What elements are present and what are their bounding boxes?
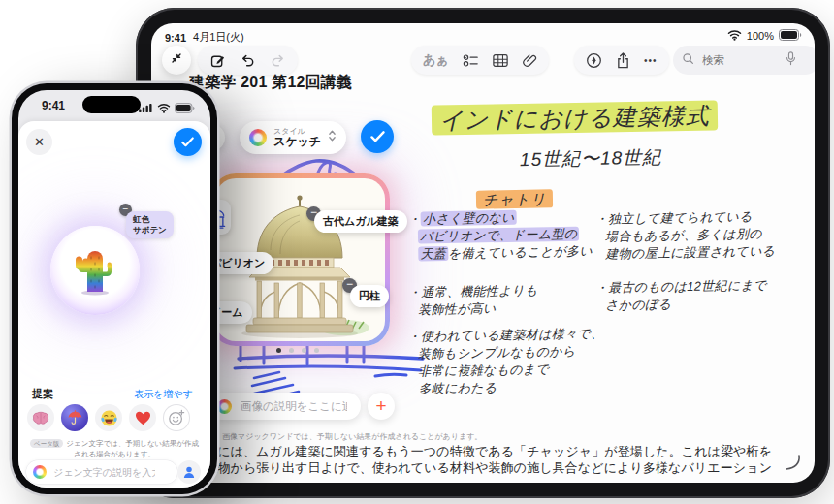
suggestion-row bbox=[27, 404, 190, 431]
checklist-icon[interactable] bbox=[463, 53, 479, 68]
paperclip-icon[interactable] bbox=[522, 52, 537, 68]
check-icon bbox=[181, 137, 194, 147]
ipad-screen: 9:41 4月1日(火) 100% あぁ ••• bbox=[151, 23, 815, 483]
pen-stroke-mark bbox=[782, 452, 803, 473]
bullet-1: ・小さく壁のない パビリオンで、ドーム型の 天蓋を備えていることが多い bbox=[408, 207, 593, 263]
iphone-screen: 9:41 ✕ bbox=[18, 90, 210, 488]
heart-icon bbox=[135, 411, 151, 425]
format-toolgroup: あぁ bbox=[411, 46, 549, 75]
search-icon bbox=[682, 51, 694, 69]
more-button[interactable]: ••• bbox=[644, 55, 658, 66]
mic-icon[interactable] bbox=[786, 51, 796, 70]
genmoji-input-field bbox=[26, 460, 177, 484]
tag-column[interactable]: 円柱 bbox=[350, 285, 389, 307]
battery-icon bbox=[175, 100, 195, 117]
wand-accept-button[interactable] bbox=[361, 120, 394, 153]
wifi-icon bbox=[157, 100, 171, 117]
search-input[interactable] bbox=[700, 53, 780, 67]
add-caption-button[interactable]: + bbox=[368, 393, 395, 420]
minimize-button[interactable] bbox=[162, 46, 191, 75]
show-more-link[interactable]: 表示を増やす bbox=[134, 388, 193, 401]
suggestion-heart[interactable] bbox=[129, 404, 156, 431]
bullet-2: ・通常、機能性よりも 装飾性が高い bbox=[408, 282, 539, 319]
iphone-status-time: 9:41 bbox=[42, 99, 65, 112]
apple-intelligence-icon bbox=[217, 399, 232, 414]
tag-mughal[interactable]: 古代ムガル建築 bbox=[314, 210, 407, 233]
iphone-device: 9:41 ✕ bbox=[12, 83, 217, 494]
add-emoji-button[interactable] bbox=[163, 404, 190, 431]
umbrella-icon bbox=[67, 410, 83, 426]
collapse-arrows-icon bbox=[169, 50, 184, 70]
ipad-statusbar: 9:41 4月1日(火) bbox=[165, 30, 244, 45]
dynamic-island bbox=[82, 96, 141, 113]
redo-button[interactable] bbox=[270, 52, 286, 69]
ipad-status-time: 9:41 bbox=[165, 32, 186, 44]
ipad-device: 9:41 4月1日(火) 100% あぁ ••• bbox=[136, 8, 830, 498]
suggestion-laughing-emoji[interactable] bbox=[95, 404, 122, 431]
handwriting-section: チャトリ bbox=[476, 190, 554, 209]
brain-icon bbox=[32, 411, 49, 425]
handwriting-title: インドにおける建築様式 bbox=[432, 100, 718, 136]
genmoji-bubble bbox=[50, 226, 140, 315]
signal-icon bbox=[139, 100, 153, 117]
actions-toolgroup: ••• bbox=[574, 46, 669, 75]
laughing-face-icon bbox=[100, 409, 118, 427]
genmoji-accept-button[interactable] bbox=[174, 128, 202, 156]
image-playground-icon bbox=[33, 465, 47, 479]
image-page-dots[interactable] bbox=[276, 348, 319, 353]
share-icon[interactable] bbox=[616, 52, 630, 69]
add-emoji-icon bbox=[168, 409, 185, 426]
edit-toolgroup bbox=[198, 46, 298, 75]
genmoji-tag[interactable]: 虹色サボテン bbox=[126, 211, 174, 238]
bullet-5: ・最古のものは12世紀にまで さかのぼる bbox=[595, 276, 767, 314]
iphone-status-icons bbox=[139, 100, 195, 117]
suggestion-brain[interactable] bbox=[27, 404, 54, 431]
person-icon bbox=[183, 466, 195, 479]
image-playground-icon bbox=[249, 129, 267, 146]
person-button[interactable] bbox=[177, 460, 201, 484]
beta-badge: ベータ版 bbox=[30, 439, 63, 448]
chevron-updown-icon bbox=[328, 129, 337, 146]
markup-pencil-icon[interactable] bbox=[586, 52, 602, 69]
text-format-button[interactable]: あぁ bbox=[423, 51, 449, 69]
genmoji-close-button[interactable]: ✕ bbox=[26, 129, 52, 155]
search-field-wrap bbox=[673, 46, 815, 75]
genmoji-sheet: ✕ bbox=[18, 121, 210, 488]
undo-button[interactable] bbox=[240, 52, 256, 69]
style-picker-value: スケッチ bbox=[273, 136, 321, 148]
beta-disclaimer: ベータ版ジェン文字では、予期しない結果が作成 される場合があります。 bbox=[18, 438, 210, 459]
style-picker[interactable]: スタイル スケッチ bbox=[240, 121, 346, 154]
check-icon bbox=[370, 131, 385, 142]
compose-button[interactable] bbox=[209, 52, 226, 69]
image-caption-field bbox=[208, 393, 361, 420]
suggestion-umbrella-selected[interactable] bbox=[61, 404, 88, 431]
ipad-status-right: 100% bbox=[727, 29, 802, 43]
handwriting-subtitle: 15世紀〜18世紀 bbox=[520, 145, 662, 173]
ipad-battery-pct: 100% bbox=[747, 30, 774, 42]
note-body-line2: に建物から張り出す日よけで、使われている材料や装飾の施し具合などにより多様なバリ… bbox=[192, 459, 772, 477]
ipad-status-date: 4月1日(火) bbox=[193, 30, 244, 45]
note-title: 建築学 201 第12回講義 bbox=[189, 73, 352, 93]
image-caption-input[interactable] bbox=[239, 399, 349, 413]
wand-disclaimer-text: 画像マジックワンドでは、予期しない結果が作成されることがあります。 bbox=[222, 431, 482, 442]
table-icon[interactable] bbox=[493, 53, 508, 68]
bullet-3: ・使われている建築材は様々で、 装飾もシンプルなものから 非常に複雑なものまで … bbox=[407, 325, 604, 398]
wand-disclaimer: 画像マジックワンドでは、予期しない結果が作成されることがあります。 bbox=[210, 431, 482, 442]
suggestions-label: 提案 bbox=[32, 387, 53, 401]
rainbow-cactus-genmoji bbox=[73, 245, 117, 296]
wifi-icon bbox=[727, 29, 742, 43]
bullet-4: ・独立して建てられている 場合もあるが、多くは別の 建物の屋上に設置されている bbox=[595, 207, 776, 263]
genmoji-description-input[interactable] bbox=[51, 466, 157, 479]
battery-icon bbox=[779, 29, 802, 43]
note-body-line1: 時代には、ムガル建築に関連するもう一つの特徴である「チャッジャ」が登場した。これ… bbox=[192, 443, 772, 460]
